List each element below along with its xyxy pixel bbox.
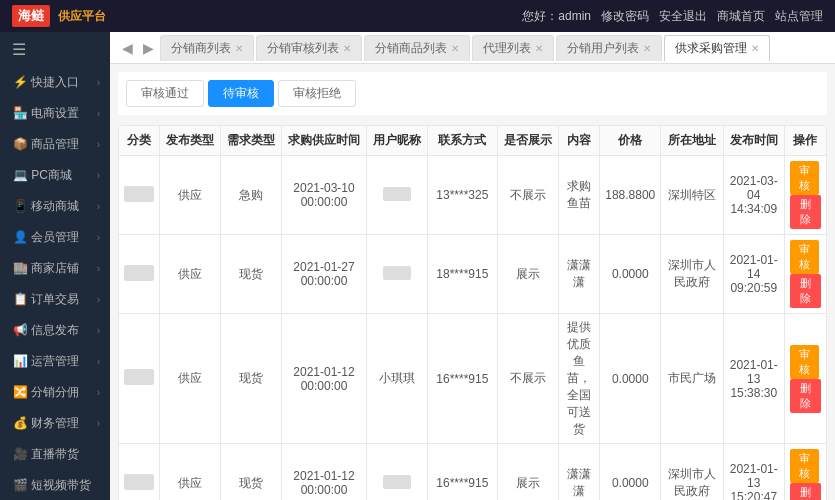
page-content: 审核通过 待审核 审核拒绝 分类 发布类型 需求类型 求购供应时间 用户昵称 联… [110,64,835,500]
delete-button[interactable]: 删除 [790,379,821,413]
cell-content: 提供优质鱼苗，全国可送货 [558,314,599,444]
table-row: 供应现货2021-01-1200:00:00小琪琪16****915不展示提供优… [119,314,827,444]
col-publish-type: 发布类型 [160,126,221,156]
chevron-icon: › [97,356,100,367]
tab-dist-list[interactable]: 分销商列表 ✕ [160,35,254,61]
cell-time: 2021-01-2700:00:00 [282,235,367,314]
col-show: 是否展示 [497,126,558,156]
sidebar-item-info-publish[interactable]: 📢 信息发布 › [0,315,110,346]
tab-dist-user[interactable]: 分销用户列表 ✕ [556,35,662,61]
col-demand-type: 需求类型 [221,126,282,156]
col-content: 内容 [558,126,599,156]
cell-publish-time: 2021-01-1409:20:59 [723,235,784,314]
tab-close-icon[interactable]: ✕ [235,43,243,54]
cell-location: 市民广场 [661,314,723,444]
tab-close-icon[interactable]: ✕ [643,43,651,54]
sidebar-item-dist-manage[interactable]: 🔀 分销分佣 › [0,377,110,408]
topbar-change-pwd[interactable]: 修改密码 [601,8,649,25]
cell-publish-time: 2021-01-1315:20:47 [723,444,784,501]
tab-label: 代理列表 [483,40,531,57]
cell-publish-time: 2021-01-1315:38:30 [723,314,784,444]
cell-show: 展示 [497,235,558,314]
tab-label: 分销商品列表 [375,40,447,57]
cell-action: 审核 删除 [784,444,826,501]
tab-next-btn[interactable]: ▶ [139,40,158,56]
filter-tab-pending[interactable]: 待审核 [208,80,274,107]
cell-location: 深圳特区 [661,156,723,235]
sidebar-item-member-manage[interactable]: 👤 会员管理 › [0,222,110,253]
sidebar-item-store-shop[interactable]: 🏬 商家店铺 › [0,253,110,284]
cell-content: 潇潇潇 [558,235,599,314]
tab-close-icon[interactable]: ✕ [451,43,459,54]
tab-label: 分销用户列表 [567,40,639,57]
filter-tabs: 审核通过 待审核 审核拒绝 [118,72,827,115]
topbar-site-manage[interactable]: 站点管理 [775,8,823,25]
sidebar-item-order-trade[interactable]: 📋 订单交易 › [0,284,110,315]
tab-dist-goods[interactable]: 分销商品列表 ✕ [364,35,470,61]
chevron-icon: › [97,108,100,119]
chevron-icon: › [97,387,100,398]
sidebar-item-goods-manage[interactable]: 📦 商品管理 › [0,129,110,160]
data-table: 分类 发布类型 需求类型 求购供应时间 用户昵称 联系方式 是否展示 内容 价格… [118,125,827,500]
table-row: 供应急购2021-03-1000:00:0013****325不展示求购鱼苗18… [119,156,827,235]
cell-price: 0.0000 [600,444,661,501]
sidebar-label: 🔀 分销分佣 [13,384,79,401]
cell-show: 不展示 [497,156,558,235]
cell-time: 2021-03-1000:00:00 [282,156,367,235]
tab-prev-btn[interactable]: ◀ [118,40,137,56]
sidebar-item-ops-manage[interactable]: 📊 运营管理 › [0,346,110,377]
sidebar-label: 📦 商品管理 [13,136,79,153]
sidebar-label: 💰 财务管理 [13,415,79,432]
sidebar-label: 📊 运营管理 [13,353,79,370]
delete-button[interactable]: 删除 [790,274,821,308]
cell-demand-type: 现货 [221,235,282,314]
delete-button[interactable]: 删除 [790,483,821,500]
sidebar-toggle[interactable]: ☰ [0,32,110,67]
audit-button[interactable]: 审核 [790,161,819,195]
topbar-left: 海鲢 供应平台 [12,5,106,27]
audit-button[interactable]: 审核 [790,345,819,379]
cell-contact: 16****915 [428,444,498,501]
sidebar-label: 🏬 商家店铺 [13,260,79,277]
audit-button[interactable]: 审核 [790,240,819,274]
sidebar-label: 🎥 直播带货 [13,446,79,463]
cell-price: 188.8800 [600,156,661,235]
cell-nickname [367,156,428,235]
col-action: 操作 [784,126,826,156]
filter-tab-passed[interactable]: 审核通过 [126,80,204,107]
tab-dist-audit[interactable]: 分销审核列表 ✕ [256,35,362,61]
sidebar-label: ⚡ 快捷入口 [13,74,79,91]
chevron-icon: › [97,170,100,181]
sidebar-item-shop-settings[interactable]: 🏪 电商设置 › [0,98,110,129]
col-location: 所在地址 [661,126,723,156]
delete-button[interactable]: 删除 [790,195,821,229]
tab-close-icon[interactable]: ✕ [751,43,759,54]
tab-supply-manage[interactable]: 供求采购管理 ✕ [664,35,770,61]
sidebar-item-video-trade[interactable]: 🎬 短视频带货 [0,470,110,500]
cell-action: 审核 删除 [784,235,826,314]
chevron-icon: › [97,294,100,305]
cell-category [119,444,160,501]
sidebar-label: 📢 信息发布 [13,322,79,339]
chevron-icon: › [97,201,100,212]
sidebar-item-pc-mall[interactable]: 💻 PC商城 › [0,160,110,191]
col-contact: 联系方式 [428,126,498,156]
sidebar-item-finance-manage[interactable]: 💰 财务管理 › [0,408,110,439]
sidebar-item-live-trade[interactable]: 🎥 直播带货 [0,439,110,470]
tab-close-icon[interactable]: ✕ [535,43,543,54]
filter-tab-rejected[interactable]: 审核拒绝 [278,80,356,107]
sidebar-item-quick-entry[interactable]: ⚡ 快捷入口 › [0,67,110,98]
tab-close-icon[interactable]: ✕ [343,43,351,54]
topbar-store-home[interactable]: 商城首页 [717,8,765,25]
topbar-right: 您好：admin 修改密码 安全退出 商城首页 站点管理 [522,8,823,25]
col-publish-time: 发布时间 [723,126,784,156]
sidebar-item-mobile-mall[interactable]: 📱 移动商城 › [0,191,110,222]
main-content: ◀ ▶ 分销商列表 ✕ 分销审核列表 ✕ 分销商品列表 ✕ 代理列表 ✕ 分销用… [110,32,835,500]
table-row: 供应现货2021-01-1200:00:0016****915展示潇潇潇0.00… [119,444,827,501]
topbar-safe-exit[interactable]: 安全退出 [659,8,707,25]
tab-label: 分销审核列表 [267,40,339,57]
cell-contact: 16****915 [428,314,498,444]
audit-button[interactable]: 审核 [790,449,819,483]
topbar-logo: 海鲢 [12,5,50,27]
tab-agent-list[interactable]: 代理列表 ✕ [472,35,554,61]
